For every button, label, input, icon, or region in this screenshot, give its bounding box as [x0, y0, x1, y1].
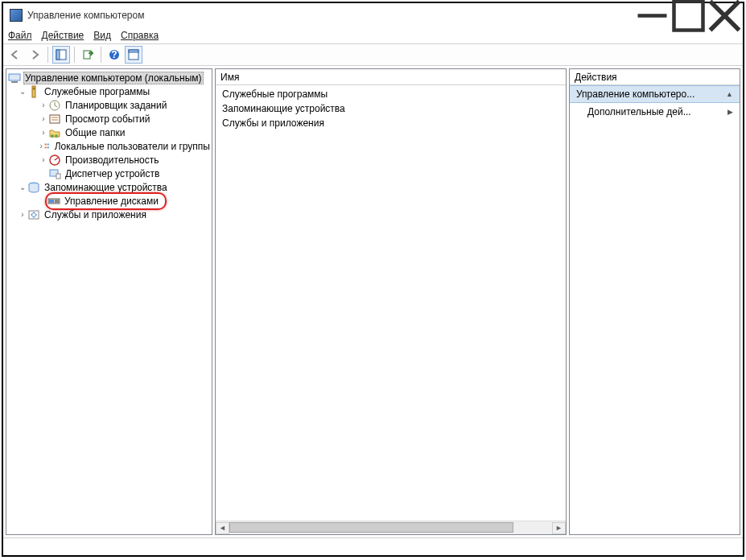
- scroll-thumb[interactable]: [229, 522, 513, 533]
- svg-rect-1: [674, 1, 703, 30]
- tree-label: Общие папки: [64, 127, 126, 138]
- main-panel: Имя Служебные программы Запоминающие уст…: [215, 68, 567, 535]
- svg-point-21: [45, 144, 47, 146]
- actions-context-label: Управление компьютеро...: [576, 89, 694, 100]
- chevron-right-icon: ▶: [727, 108, 733, 116]
- svg-rect-28: [49, 200, 54, 203]
- tree-label: Локальные пользователи и группы: [53, 141, 212, 152]
- users-icon: [43, 140, 50, 153]
- export-button[interactable]: [79, 46, 97, 64]
- svg-point-19: [51, 134, 54, 138]
- tree-task-scheduler[interactable]: › Планировщик заданий: [6, 98, 212, 112]
- tree-panel: Управление компьютером (локальным) ⌄ Слу…: [6, 68, 212, 535]
- actions-context-row[interactable]: Управление компьютеро... ▲: [570, 85, 740, 103]
- column-header-name: Имя: [221, 72, 239, 83]
- tree-label: Производительность: [64, 154, 160, 166]
- toolbar-separator: [47, 47, 48, 63]
- actions-panel: Действия Управление компьютеро... ▲ Допо…: [569, 68, 740, 535]
- svg-text:?: ?: [111, 49, 117, 60]
- back-button[interactable]: [6, 46, 24, 64]
- svg-point-14: [33, 87, 35, 89]
- services-icon: [27, 208, 40, 221]
- toolbar: ?: [3, 43, 743, 66]
- tree-shared-folders[interactable]: › Общие папки: [6, 126, 212, 139]
- svg-point-20: [55, 134, 58, 138]
- svg-point-22: [47, 144, 50, 146]
- tree-disk-management[interactable]: Управление дисками: [6, 194, 212, 208]
- menu-help[interactable]: Справка: [121, 30, 159, 41]
- highlight-ring: Управление дисками: [45, 192, 167, 210]
- svg-rect-10: [129, 50, 138, 52]
- app-icon: [10, 9, 23, 22]
- tree-root[interactable]: Управление компьютером (локальным): [6, 71, 212, 84]
- properties-button[interactable]: [125, 46, 142, 64]
- tree-label: Служебные программы: [43, 86, 151, 97]
- tree-event-viewer[interactable]: › Просмотр событий: [6, 112, 212, 126]
- tree-root-label: Управление компьютером (локальным): [23, 72, 204, 84]
- tools-icon: [27, 85, 40, 98]
- main-column-header[interactable]: Имя: [216, 69, 566, 85]
- svg-rect-12: [11, 81, 18, 83]
- tree-label: Планировщик заданий: [64, 100, 168, 111]
- scroll-left-button[interactable]: ◄: [216, 522, 229, 534]
- list-item-tools[interactable]: Служебные программы: [219, 87, 563, 101]
- computer-icon: [8, 72, 21, 84]
- actions-header-label: Действия: [575, 72, 617, 83]
- horizontal-scrollbar[interactable]: ◄ ►: [216, 521, 566, 534]
- show-hide-tree-button[interactable]: [52, 46, 70, 64]
- tree-label: Управление дисками: [63, 196, 160, 207]
- list-item-storage[interactable]: Запоминающие устройства: [219, 101, 563, 116]
- menu-bar: Файл Действие Вид Справка: [3, 27, 743, 43]
- device-icon: [48, 167, 61, 180]
- tree-label: Просмотр событий: [64, 113, 151, 125]
- expand-icon[interactable]: ›: [39, 101, 48, 109]
- minimize-button[interactable]: [634, 3, 670, 27]
- svg-rect-29: [55, 200, 59, 203]
- tree-device-manager[interactable]: Диспетчер устройств: [6, 167, 212, 180]
- help-button[interactable]: ?: [105, 46, 123, 64]
- scroll-track[interactable]: [229, 522, 552, 534]
- forward-button[interactable]: [26, 46, 43, 64]
- scroll-right-button[interactable]: ►: [552, 522, 566, 534]
- disk-icon: [47, 195, 60, 208]
- tree-system-tools[interactable]: ⌄ Служебные программы: [6, 84, 212, 98]
- tree-services-apps[interactable]: › Службы и приложения: [6, 208, 212, 221]
- event-icon: [48, 113, 61, 126]
- tree-label: Службы и приложения: [43, 209, 148, 220]
- tree-label: Диспетчер устройств: [64, 168, 161, 179]
- content-area: Управление компьютером (локальным) ⌄ Слу…: [3, 66, 743, 537]
- menu-view[interactable]: Вид: [93, 30, 111, 41]
- menu-action[interactable]: Действие: [42, 30, 84, 41]
- tree-local-users[interactable]: › Локальные пользователи и группы: [6, 139, 212, 153]
- collapse-icon[interactable]: ⌄: [18, 87, 27, 96]
- maximize-button[interactable]: [670, 3, 707, 27]
- perf-icon: [48, 154, 61, 167]
- expand-icon[interactable]: ›: [39, 114, 48, 123]
- toolbar-separator: [74, 47, 75, 63]
- actions-more-label: Дополнительные дей...: [576, 106, 691, 117]
- expand-icon[interactable]: ›: [39, 155, 48, 164]
- close-button[interactable]: [707, 3, 743, 27]
- expand-icon[interactable]: ›: [39, 128, 48, 137]
- storage-icon: [27, 181, 40, 194]
- actions-more-row[interactable]: Дополнительные дей... ▶: [570, 103, 740, 121]
- actions-header: Действия: [570, 69, 740, 85]
- svg-rect-25: [56, 174, 60, 179]
- tree-performance[interactable]: › Производительность: [6, 153, 212, 167]
- svg-rect-16: [50, 115, 60, 123]
- list-item-label: Служебные программы: [222, 89, 328, 100]
- tree-body[interactable]: Управление компьютером (локальным) ⌄ Слу…: [6, 69, 212, 534]
- expand-icon[interactable]: ›: [18, 210, 27, 219]
- title-bar: Управление компьютером: [3, 3, 743, 27]
- svg-rect-11: [9, 74, 20, 80]
- list-item-services[interactable]: Службы и приложения: [219, 116, 563, 130]
- status-bar: [3, 537, 743, 555]
- list-item-label: Запоминающие устройства: [222, 103, 345, 114]
- window-title: Управление компьютером: [27, 10, 634, 21]
- collapse-icon[interactable]: ⌄: [18, 183, 27, 191]
- tree-label: Запоминающие устройства: [43, 182, 169, 193]
- chevron-up-icon: ▲: [726, 90, 733, 98]
- svg-rect-6: [84, 51, 90, 59]
- menu-file[interactable]: Файл: [8, 30, 32, 41]
- svg-rect-5: [56, 50, 60, 60]
